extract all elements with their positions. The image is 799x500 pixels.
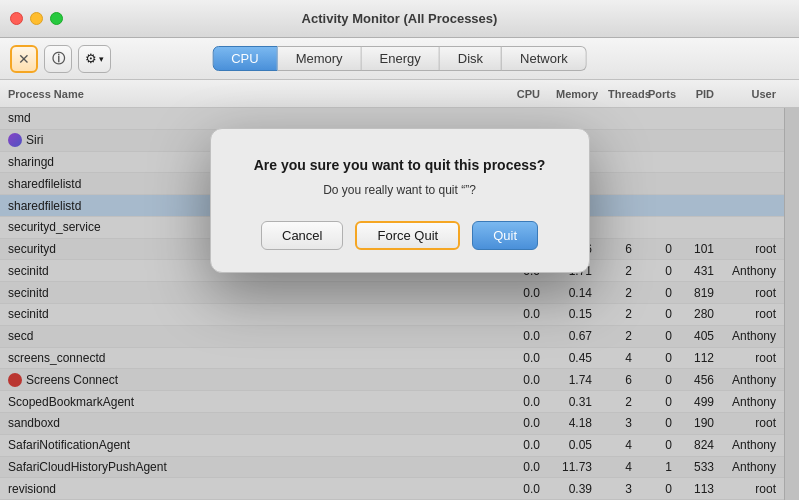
chevron-down-icon: ▾ <box>99 54 104 64</box>
col-header-memory[interactable]: Memory <box>548 88 600 100</box>
toolbar: ✕ ⓘ ⚙ ▾ CPU Memory Energy Disk Network <box>0 38 799 80</box>
info-icon: ⓘ <box>52 50 65 68</box>
col-header-user[interactable]: User <box>722 88 784 100</box>
tab-memory[interactable]: Memory <box>278 46 362 71</box>
maximize-button[interactable] <box>50 12 63 25</box>
gear-menu-button[interactable]: ⚙ ▾ <box>78 45 111 73</box>
gear-icon: ⚙ <box>85 51 97 66</box>
col-header-threads[interactable]: Threads <box>600 88 640 100</box>
dialog-title: Are you sure you want to quit this proce… <box>243 157 557 173</box>
cancel-button[interactable]: Cancel <box>261 221 343 250</box>
col-header-cpu[interactable]: CPU <box>496 88 548 100</box>
quit-button[interactable]: Quit <box>472 221 538 250</box>
force-quit-button[interactable]: Force Quit <box>355 221 460 250</box>
dialog-message-text: Do you really want to quit “”? <box>323 183 476 197</box>
stop-icon: ✕ <box>18 51 30 67</box>
dialog-message: Do you really want to quit “”? <box>243 183 557 197</box>
main-content: smdSirisharingdsharedfilelistdsharedfile… <box>0 108 799 500</box>
tab-energy[interactable]: Energy <box>362 46 440 71</box>
dialog-overlay: Are you sure you want to quit this proce… <box>0 108 799 500</box>
col-header-name[interactable]: Process Name <box>0 88 496 100</box>
col-header-ports[interactable]: Ports <box>640 88 680 100</box>
stop-process-button[interactable]: ✕ <box>10 45 38 73</box>
title-bar: Activity Monitor (All Processes) <box>0 0 799 38</box>
info-button[interactable]: ⓘ <box>44 45 72 73</box>
quit-dialog: Are you sure you want to quit this proce… <box>210 128 590 273</box>
tabs-bar: CPU Memory Energy Disk Network <box>212 46 587 71</box>
dialog-buttons: Cancel Force Quit Quit <box>243 221 557 250</box>
tab-network[interactable]: Network <box>502 46 587 71</box>
tab-disk[interactable]: Disk <box>440 46 502 71</box>
minimize-button[interactable] <box>30 12 43 25</box>
traffic-lights <box>10 12 63 25</box>
col-header-pid[interactable]: PID <box>680 88 722 100</box>
close-button[interactable] <box>10 12 23 25</box>
tab-cpu[interactable]: CPU <box>212 46 277 71</box>
window-title: Activity Monitor (All Processes) <box>302 11 498 26</box>
column-headers: Process Name CPU Memory Threads Ports PI… <box>0 80 799 108</box>
